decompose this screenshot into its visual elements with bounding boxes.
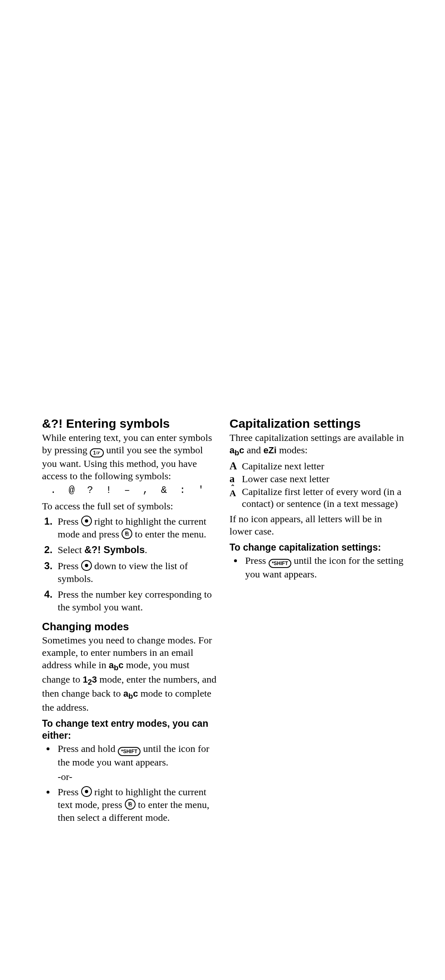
para-full-set: To access the full set of symbols: bbox=[42, 500, 217, 512]
cap-shift-icon: ⌃A bbox=[230, 486, 242, 500]
heading-capitalization: Capitalization settings bbox=[230, 417, 405, 431]
symbol-list: . @ ? ! – , & : ' bbox=[50, 485, 217, 496]
mode-ezi-icon: eZi bbox=[263, 445, 276, 455]
heading-entering-symbols: &?! Entering symbols bbox=[42, 417, 217, 431]
shift-key-icon: *SHIFT bbox=[118, 747, 141, 756]
heading-symbol-prefix: &?! bbox=[42, 417, 63, 430]
step-2: Select &?! Symbols. bbox=[55, 543, 217, 556]
para-cap-intro: Three capitalization settings are availa… bbox=[230, 431, 405, 458]
cap-row-lower: a Lower case next letter bbox=[230, 473, 405, 485]
step-4: Press the number key corresponding to th… bbox=[55, 588, 217, 614]
key-1-icon: 1☞ bbox=[90, 448, 104, 457]
subhead-change-modes: To change text entry modes, you can eith… bbox=[42, 718, 217, 742]
subhead-change-cap: To change capitalization settings: bbox=[230, 542, 405, 554]
cap-change-steps: Press *SHIFT until the icon for the sett… bbox=[230, 554, 405, 581]
cap-upper-icon: A bbox=[230, 460, 242, 472]
mode-abc-icon: abc bbox=[230, 445, 244, 455]
cap-row-upper: A Capitalize next letter bbox=[230, 460, 405, 472]
ok-icon bbox=[122, 528, 132, 539]
nav-icon bbox=[81, 786, 92, 797]
symbols-menu-label: &?! Symbols bbox=[84, 544, 145, 555]
para-symbols-intro: While entering text, you can enter symbo… bbox=[42, 431, 217, 482]
mode-abc-icon: abc bbox=[123, 688, 138, 699]
mode-abc-icon: abc bbox=[109, 660, 124, 670]
para-no-icon: If no icon appears, all letters will be … bbox=[230, 513, 405, 537]
option-nav: Press right to highlight the current tex… bbox=[55, 786, 217, 825]
heading-text: Entering symbols bbox=[66, 417, 170, 430]
ok-icon bbox=[125, 799, 136, 810]
mode-123-icon: 123 bbox=[83, 674, 97, 685]
step-1: Press right to highlight the current mod… bbox=[55, 515, 217, 541]
capitalization-table: A Capitalize next letter a Lower case ne… bbox=[230, 460, 405, 509]
cap-lower-text: Lower case next letter bbox=[242, 473, 330, 485]
nav-icon bbox=[81, 516, 92, 526]
mode-change-options: Press and hold *SHIFT until the icon for… bbox=[42, 742, 217, 825]
cap-lower-icon: a bbox=[230, 473, 242, 485]
nav-icon bbox=[81, 560, 92, 571]
cap-row-shift: ⌃A Capitalize first letter of every word… bbox=[230, 486, 405, 510]
page-content: &?! Entering symbols While entering text… bbox=[42, 417, 405, 827]
option-or: -or- bbox=[58, 770, 217, 783]
para-changing-modes: Sometimes you need to change modes. For … bbox=[42, 634, 217, 714]
heading-changing-modes: Changing modes bbox=[42, 620, 217, 633]
cap-step-1: Press *SHIFT until the icon for the sett… bbox=[243, 554, 405, 581]
option-hold: Press and hold *SHIFT until the icon for… bbox=[55, 742, 217, 783]
left-column: &?! Entering symbols While entering text… bbox=[42, 417, 217, 827]
symbol-steps: Press right to highlight the current mod… bbox=[42, 515, 217, 614]
shift-key-icon: *SHIFT bbox=[269, 559, 291, 568]
right-column: Capitalization settings Three capitaliza… bbox=[230, 417, 405, 827]
two-column-layout: &?! Entering symbols While entering text… bbox=[42, 417, 405, 827]
cap-upper-text: Capitalize next letter bbox=[242, 460, 324, 472]
cap-shift-text: Capitalize first letter of every word (i… bbox=[242, 486, 405, 510]
step-3: Press down to view the list of symbols. bbox=[55, 559, 217, 585]
